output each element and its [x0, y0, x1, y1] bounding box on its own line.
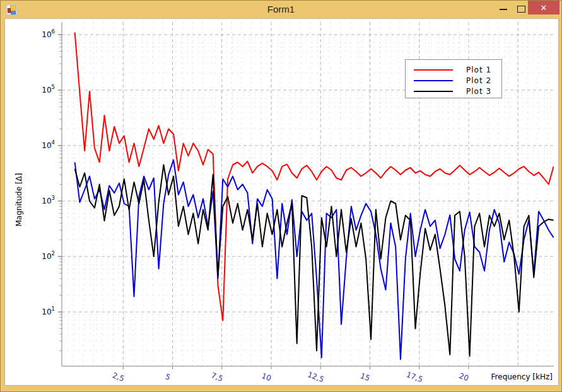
- close-button[interactable]: ✕: [528, 1, 559, 14]
- maximize-button[interactable]: [513, 3, 529, 14]
- legend-entry-plot-1: Plot 1: [414, 64, 501, 75]
- svg-text:10: 10: [261, 371, 272, 383]
- svg-text:101: 101: [42, 306, 55, 316]
- window-title: Form1: [1, 4, 561, 14]
- legend-label: Plot 2: [466, 76, 491, 85]
- titlebar[interactable]: Form1 ✕: [1, 1, 561, 18]
- legend-line-red: [414, 69, 453, 71]
- x-axis-title: Frequency [kHz]: [491, 372, 553, 381]
- minimize-icon: [500, 9, 507, 10]
- legend-label: Plot 3: [466, 87, 491, 96]
- svg-text:5: 5: [164, 372, 172, 382]
- chart-area: 1011021031041051062,557,51012,51517,520 …: [4, 18, 559, 386]
- maximize-icon: [517, 6, 525, 13]
- svg-text:102: 102: [42, 250, 55, 261]
- svg-text:2,5: 2,5: [111, 371, 126, 383]
- y-axis-title: Magnitude [Δ]: [15, 173, 23, 227]
- close-icon: ✕: [541, 3, 547, 13]
- minimize-button[interactable]: [495, 4, 512, 14]
- svg-text:103: 103: [42, 195, 55, 205]
- form-window: Form1 ✕ 1011021031041051062,557,51012,51…: [0, 0, 562, 392]
- legend-line-blue: [414, 80, 453, 81]
- legend-entry-plot-2: Plot 2: [414, 75, 501, 86]
- svg-text:104: 104: [42, 139, 55, 150]
- legend-entry-plot-3: Plot 3: [414, 86, 501, 96]
- svg-text:106: 106: [42, 28, 55, 39]
- svg-text:12,5: 12,5: [307, 370, 325, 384]
- svg-text:20: 20: [458, 371, 470, 383]
- svg-text:17,5: 17,5: [405, 370, 424, 384]
- svg-text:15: 15: [359, 371, 371, 383]
- chart-legend: Plot 1 Plot 2 Plot 3: [405, 59, 502, 98]
- svg-text:105: 105: [42, 84, 55, 95]
- legend-label: Plot 1: [466, 66, 491, 74]
- svg-text:7,5: 7,5: [210, 371, 225, 383]
- legend-line-black: [414, 91, 453, 92]
